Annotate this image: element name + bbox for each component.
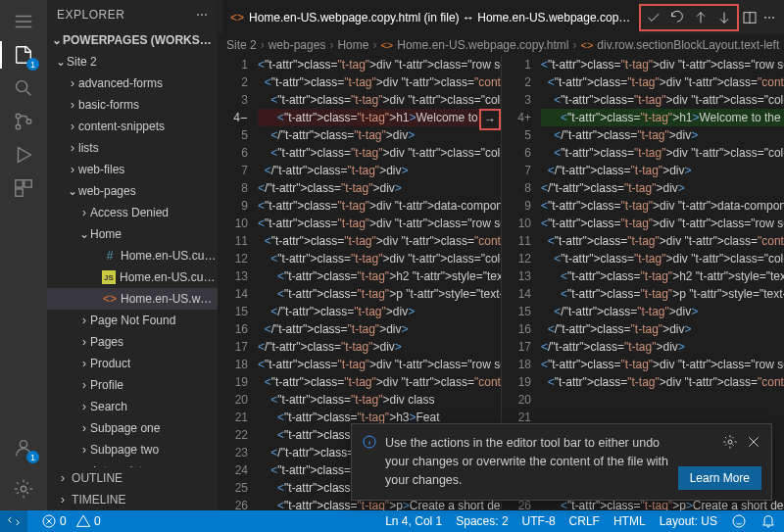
learn-more-button[interactable]: Learn More (678, 466, 761, 490)
code-line[interactable]: <"t-attr">class="t-tag">div "t-attr">cla… (541, 250, 784, 267)
code-line[interactable]: <"t-attr">class="t-tag">div "t-attr">cla… (541, 356, 784, 373)
folder-item[interactable]: ⌄web-pages (47, 180, 218, 202)
notification-close-icon[interactable] (746, 434, 761, 453)
explorer-more-icon[interactable]: ⋯ (196, 8, 209, 22)
code-line[interactable]: <"t-attr">class="t-tag">h1>Welcome to th… (258, 109, 501, 126)
code-line[interactable]: </"t-attr">class="t-tag">div> (258, 303, 501, 320)
code-line[interactable]: </"t-attr">class="t-tag">div> (258, 162, 501, 179)
timeline-section[interactable]: › TIMELINE (47, 489, 218, 510)
code-line[interactable]: <"t-attr">class="t-tag">div "t-attr">cla… (258, 56, 501, 73)
next-change-icon[interactable] (715, 9, 733, 26)
code-line[interactable]: </"t-attr">class="t-tag">div> (541, 126, 784, 144)
folder-item[interactable]: ›Product (47, 353, 218, 374)
folder-item[interactable]: ›advanced-forms (47, 73, 218, 94)
code-line[interactable]: </"t-attr">class="t-tag">div> (541, 303, 784, 320)
breadcrumb-item[interactable]: web-pages (269, 38, 326, 52)
code-line[interactable]: </"t-attr">class="t-tag">div> (258, 126, 501, 144)
folder-item[interactable]: ⌄Site 2 (47, 51, 218, 73)
code-line[interactable]: <"t-attr">class="t-tag">div "t-attr">cla… (258, 232, 501, 250)
code-line[interactable]: <"t-attr">class="t-tag">h2 "t-attr">styl… (258, 267, 501, 285)
code-line[interactable]: <"t-attr">class="t-tag">div "t-attr">cla… (258, 73, 501, 91)
status-language[interactable]: HTML (613, 514, 646, 528)
folder-item[interactable]: ›Access Denied (47, 202, 218, 223)
code-line[interactable] (541, 391, 784, 409)
code-line[interactable]: </"t-attr">class="t-tag">div> (541, 338, 784, 356)
breadcrumb-item[interactable]: Site 2 (226, 38, 257, 52)
folder-item[interactable]: ›content-snippets (47, 116, 218, 137)
menu-icon[interactable] (10, 8, 37, 35)
breadcrumb-item[interactable]: Home (337, 38, 368, 52)
source-control-icon[interactable] (10, 108, 37, 135)
code-line[interactable]: <"t-attr">class="t-tag">div "t-attr">cla… (541, 373, 784, 391)
breadcrumb-item[interactable]: Home.en-US.webpage.copy.html (397, 38, 568, 52)
tab-diff-home[interactable]: <> Home.en-US.webpage.copy.html (in file… (222, 0, 639, 34)
prev-change-icon[interactable] (692, 9, 710, 26)
file-item[interactable]: #Home.en-US.cust… (47, 245, 218, 266)
status-indent[interactable]: Spaces: 2 (456, 514, 508, 528)
status-layout[interactable]: Layout: US (660, 514, 717, 528)
code-line[interactable]: <"t-attr">class="t-tag">div "t-attr">cla… (258, 373, 501, 391)
code-line[interactable]: <"t-attr">class="t-tag">div "t-attr">cla… (258, 91, 501, 109)
code-line[interactable]: <"t-attr">class="t-tag">div "t-attr">dat… (541, 197, 784, 215)
code-line[interactable]: <"t-attr">class="t-tag">div "t-attr">cla… (541, 56, 784, 73)
status-feedback-icon[interactable] (731, 513, 747, 529)
folder-item[interactable]: ›web-files (47, 159, 218, 180)
code-line[interactable]: </"t-attr">class="t-tag">div> (258, 338, 501, 356)
folder-item[interactable]: ›lists (47, 137, 218, 159)
code-line[interactable]: </"t-attr">class="t-tag">div> (541, 162, 784, 179)
code-line[interactable]: <"t-attr">class="t-tag">div "t-attr">cla… (541, 91, 784, 109)
remote-indicator[interactable] (0, 510, 27, 532)
status-encoding[interactable]: UTF-8 (522, 514, 556, 528)
folder-item[interactable]: ›Page Not Found (47, 310, 218, 331)
code-line[interactable]: <"t-attr">class="t-tag">div "t-attr">cla… (258, 215, 501, 232)
code-line[interactable]: <"t-attr">class="t-tag">p "t-attr">style… (258, 285, 501, 303)
revert-icon[interactable] (668, 9, 686, 26)
folder-item[interactable]: ›Subpage one (47, 417, 218, 439)
folder-item[interactable]: ›Subpage two (47, 439, 218, 460)
settings-gear-icon[interactable] (10, 475, 37, 503)
code-line[interactable]: <"t-attr">class="t-tag">h2 "t-attr">styl… (541, 267, 784, 285)
run-debug-icon[interactable] (10, 141, 37, 169)
folder-item[interactable]: ›Profile (47, 374, 218, 396)
split-editor-icon[interactable] (741, 9, 759, 26)
svg-rect-6 (16, 189, 23, 196)
file-item[interactable]: <>Home.en-US.web… (47, 288, 218, 310)
search-icon[interactable] (10, 74, 37, 102)
notification-gear-icon[interactable] (722, 434, 738, 453)
folder-item[interactable]: ›Search (47, 396, 218, 417)
code-line[interactable]: </"t-attr">class="t-tag">div> (541, 320, 784, 338)
inline-diff-arrow-icon[interactable]: → (479, 109, 501, 130)
code-line[interactable]: </"t-attr">class="t-tag">div> (541, 179, 784, 197)
code-line[interactable]: <"t-attr">class="t-tag">div "t-attr">dat… (258, 197, 501, 215)
folder-item[interactable]: ›web-templates (47, 460, 218, 467)
code-line[interactable]: <"t-attr">class="t-tag">p "t-attr">style… (541, 285, 784, 303)
status-eol[interactable]: CRLF (569, 514, 600, 528)
accounts-icon[interactable]: 1 (10, 434, 37, 461)
extensions-icon[interactable] (10, 174, 37, 202)
file-item[interactable]: JSHome.en-US.cust… (47, 266, 218, 288)
code-line[interactable]: <"t-attr">class="t-tag">div "t-attr">cla… (541, 73, 784, 91)
folder-item[interactable]: ›Pages (47, 331, 218, 353)
folder-item[interactable]: ›basic-forms (47, 94, 218, 116)
status-bell-icon[interactable] (760, 513, 776, 529)
outline-section[interactable]: › OUTLINE (47, 467, 218, 489)
code-line[interactable]: <"t-attr">class="t-tag">div class (258, 391, 501, 409)
explorer-icon[interactable]: 1 (10, 41, 37, 69)
code-line[interactable]: <"t-attr">class="t-tag">div "t-attr">cla… (541, 144, 784, 162)
code-line[interactable]: <"t-attr">class="t-tag">div "t-attr">cla… (541, 232, 784, 250)
code-line[interactable]: <"t-attr">class="t-tag">h1>Welcome to th… (541, 109, 784, 126)
code-line[interactable]: </"t-attr">class="t-tag">div> (258, 320, 501, 338)
breadcrumbs[interactable]: Site 2›web-pages›Home›<>Home.en-US.webpa… (219, 34, 784, 56)
code-line[interactable]: </"t-attr">class="t-tag">div> (258, 179, 501, 197)
breadcrumb-item[interactable]: div.row.sectionBlockLayout.text-left (597, 38, 779, 52)
code-line[interactable]: <"t-attr">class="t-tag">div "t-attr">cla… (258, 144, 501, 162)
code-line[interactable]: <"t-attr">class="t-tag">div "t-attr">cla… (258, 250, 501, 267)
accept-icon[interactable] (645, 9, 662, 26)
code-line[interactable]: <"t-attr">class="t-tag">div "t-attr">cla… (541, 215, 784, 232)
workspace-root[interactable]: ⌄POWERPAGES (WORKSPA… (47, 29, 218, 51)
status-cursor-position[interactable]: Ln 4, Col 1 (385, 514, 442, 528)
code-line[interactable]: <"t-attr">class="t-tag">div "t-attr">cla… (258, 356, 501, 373)
folder-item[interactable]: ⌄Home (47, 223, 218, 245)
status-problems[interactable]: 0 0 (41, 513, 101, 529)
more-actions-icon[interactable]: ⋯ (760, 9, 778, 26)
